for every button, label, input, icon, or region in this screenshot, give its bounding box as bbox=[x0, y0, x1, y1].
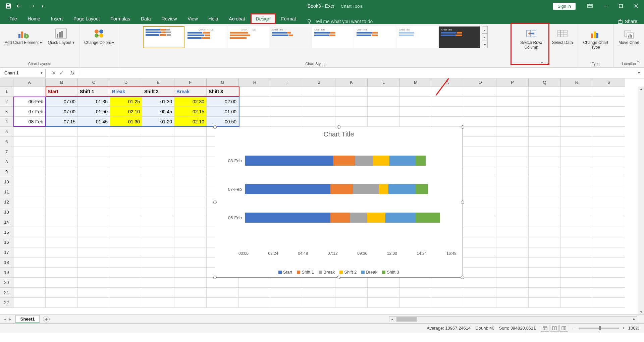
cell[interactable] bbox=[529, 217, 561, 227]
select-all-corner[interactable] bbox=[0, 78, 13, 87]
cell[interactable] bbox=[593, 177, 625, 187]
cell[interactable] bbox=[432, 278, 464, 288]
chart-legend[interactable]: StartShift 1BreakShift 2BreakShift 3 bbox=[215, 270, 463, 275]
cell[interactable] bbox=[13, 177, 46, 187]
chart-bar-segment[interactable] bbox=[330, 213, 350, 223]
cell[interactable] bbox=[593, 147, 625, 157]
chart-bar-segment[interactable] bbox=[416, 184, 428, 194]
cell[interactable] bbox=[271, 278, 303, 288]
cell[interactable] bbox=[78, 237, 110, 247]
chart-bar-segment[interactable] bbox=[389, 156, 416, 166]
cell[interactable] bbox=[110, 127, 142, 137]
cell[interactable] bbox=[142, 187, 174, 197]
cell[interactable] bbox=[110, 177, 142, 187]
qat-customize-button[interactable]: ▾ bbox=[38, 1, 48, 11]
cell[interactable] bbox=[529, 107, 561, 117]
cell[interactable] bbox=[593, 217, 625, 227]
cell[interactable] bbox=[464, 147, 496, 157]
chart-style-3[interactable]: CHART TITLE bbox=[227, 26, 269, 48]
legend-item[interactable]: Break bbox=[361, 270, 377, 275]
cell[interactable] bbox=[13, 197, 46, 207]
cell[interactable] bbox=[13, 137, 46, 147]
cell[interactable] bbox=[13, 157, 46, 167]
cell[interactable] bbox=[496, 247, 529, 258]
cell[interactable] bbox=[529, 177, 561, 187]
tab-home[interactable]: Home bbox=[22, 13, 46, 24]
column-header[interactable]: D bbox=[110, 78, 142, 87]
cell[interactable] bbox=[432, 107, 464, 117]
row-header[interactable]: 16 bbox=[0, 237, 13, 247]
row-header[interactable]: 2 bbox=[0, 97, 13, 107]
enter-icon[interactable]: ✓ bbox=[59, 70, 64, 76]
cell[interactable] bbox=[142, 197, 174, 207]
cell[interactable] bbox=[110, 217, 142, 227]
move-chart-button[interactable]: Move Chart bbox=[616, 26, 641, 46]
cell[interactable] bbox=[561, 288, 593, 298]
cell[interactable] bbox=[593, 278, 625, 288]
cell[interactable] bbox=[464, 117, 496, 127]
change-chart-type-button[interactable]: Change Chart Type bbox=[581, 26, 611, 51]
cell[interactable] bbox=[110, 187, 142, 197]
row-header[interactable]: 10 bbox=[0, 177, 13, 187]
cell[interactable] bbox=[464, 197, 496, 207]
column-header[interactable]: L bbox=[368, 78, 400, 87]
cell[interactable] bbox=[142, 217, 174, 227]
cell[interactable] bbox=[46, 147, 78, 157]
cell[interactable] bbox=[496, 187, 529, 197]
chart-bar-segment[interactable] bbox=[350, 213, 367, 223]
cell[interactable]: 07-Feb bbox=[13, 107, 46, 117]
chart-bar-segment[interactable] bbox=[355, 156, 373, 166]
cell[interactable] bbox=[529, 278, 561, 288]
cell[interactable] bbox=[239, 278, 271, 288]
cell[interactable]: 02:15 bbox=[174, 107, 207, 117]
tab-acrobat[interactable]: Acrobat bbox=[223, 13, 250, 24]
cell[interactable] bbox=[335, 87, 368, 97]
cell[interactable] bbox=[46, 258, 78, 268]
row-header[interactable]: 21 bbox=[0, 288, 13, 298]
resize-handle-se[interactable] bbox=[461, 276, 464, 279]
cell[interactable] bbox=[174, 258, 207, 268]
cell[interactable] bbox=[464, 207, 496, 217]
cell[interactable] bbox=[13, 207, 46, 217]
cell[interactable] bbox=[174, 217, 207, 227]
redo-button[interactable] bbox=[26, 1, 36, 11]
cell[interactable] bbox=[561, 97, 593, 107]
chart-style-gallery[interactable]: CHART TITLE CHART TITLE Chart Title Char… bbox=[143, 26, 488, 48]
cell[interactable] bbox=[13, 87, 46, 97]
cell[interactable] bbox=[561, 237, 593, 247]
cell[interactable] bbox=[496, 258, 529, 268]
cell[interactable] bbox=[78, 217, 110, 227]
cell[interactable] bbox=[303, 107, 335, 117]
cell[interactable]: 07:00 bbox=[46, 97, 78, 107]
cell[interactable] bbox=[561, 117, 593, 127]
chart-style-8[interactable]: Chart Title bbox=[439, 26, 480, 48]
cell[interactable] bbox=[464, 258, 496, 268]
cell[interactable] bbox=[561, 247, 593, 258]
cell[interactable] bbox=[529, 247, 561, 258]
cell[interactable] bbox=[46, 127, 78, 137]
formula-input[interactable] bbox=[78, 69, 634, 77]
cell[interactable] bbox=[142, 167, 174, 177]
cell[interactable] bbox=[271, 288, 303, 298]
cell[interactable] bbox=[561, 227, 593, 237]
cell[interactable]: 01:35 bbox=[78, 97, 110, 107]
cell[interactable] bbox=[174, 288, 207, 298]
column-header[interactable]: I bbox=[271, 78, 303, 87]
cell[interactable] bbox=[496, 268, 529, 278]
column-header[interactable]: A bbox=[13, 78, 46, 87]
cell[interactable] bbox=[368, 298, 400, 308]
cell[interactable] bbox=[464, 107, 496, 117]
cell[interactable] bbox=[46, 278, 78, 288]
cell[interactable] bbox=[496, 177, 529, 187]
tab-file[interactable]: File bbox=[4, 13, 22, 24]
cell[interactable] bbox=[110, 167, 142, 177]
resize-handle-sw[interactable] bbox=[213, 276, 217, 279]
row-header[interactable]: 6 bbox=[0, 137, 13, 147]
cell[interactable] bbox=[400, 278, 432, 288]
cell[interactable] bbox=[239, 117, 271, 127]
tab-view[interactable]: View bbox=[182, 13, 203, 24]
cell[interactable] bbox=[142, 237, 174, 247]
cell[interactable] bbox=[529, 288, 561, 298]
cell[interactable] bbox=[46, 237, 78, 247]
cell[interactable] bbox=[13, 288, 46, 298]
